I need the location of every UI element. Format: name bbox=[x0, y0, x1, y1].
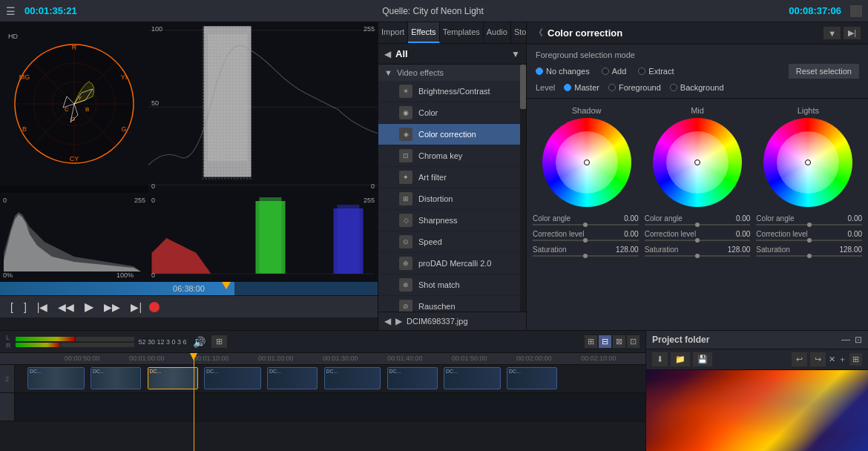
pf-folder-btn[interactable]: 📁 bbox=[671, 352, 690, 366]
svg-rect-25 bbox=[260, 197, 282, 274]
pf-download-btn[interactable]: ⬇ bbox=[652, 352, 668, 366]
mid-color-wheel[interactable] bbox=[653, 118, 742, 207]
radio-master[interactable]: Master bbox=[564, 83, 599, 92]
vt-btn-1[interactable]: ⊞ bbox=[585, 335, 597, 348]
mid-sat-slider[interactable] bbox=[645, 255, 751, 257]
lights-cl-slider[interactable] bbox=[756, 240, 862, 241]
effect-color-correction[interactable]: ◈ Color correction bbox=[378, 124, 520, 145]
pf-redo-btn[interactable]: ↪ bbox=[810, 352, 826, 366]
tl-clip-4[interactable]: DC... bbox=[204, 367, 261, 389]
effect-chroma-key[interactable]: ⊡ Chroma key bbox=[378, 145, 520, 167]
progress-bar[interactable]: 06:38:00 bbox=[0, 282, 378, 295]
tl-clip-3[interactable]: DC... bbox=[148, 367, 198, 389]
pf-add-btn[interactable]: ＋ bbox=[838, 354, 846, 365]
prev-frame-btn[interactable]: |◀ bbox=[34, 300, 51, 315]
radio-background[interactable]: Background bbox=[670, 83, 724, 92]
bracket-in-btn[interactable]: [ bbox=[7, 300, 16, 315]
tl-clip-8[interactable]: DC... bbox=[444, 367, 501, 389]
shadow-cl-slider[interactable] bbox=[533, 240, 639, 241]
lights-color-wheel[interactable] bbox=[763, 118, 852, 207]
shadow-sat-slider[interactable] bbox=[533, 255, 639, 257]
shadow-saturation: Saturation 128.00 bbox=[533, 246, 639, 254]
prev-clip-btn[interactable]: ◀◀ bbox=[55, 300, 77, 315]
chroma-key-icon: ⊡ bbox=[399, 149, 412, 162]
lights-correction-level: Correction level 0.00 bbox=[756, 230, 862, 238]
lights-wheel-dot[interactable] bbox=[805, 159, 811, 165]
effect-prodad[interactable]: ⊕ proDAD Mercalli 2.0 bbox=[378, 253, 520, 274]
next-frame-btn[interactable]: ▶| bbox=[128, 300, 145, 315]
tl-clip-5[interactable]: DC... bbox=[267, 367, 318, 389]
radio-extract[interactable]: Extract bbox=[638, 67, 674, 76]
play-btn[interactable]: ▶ bbox=[82, 298, 96, 315]
tl-clip-2[interactable]: DC... bbox=[91, 367, 141, 389]
reset-selection-btn[interactable]: Reset selection bbox=[789, 64, 859, 79]
tab-effects[interactable]: Effects bbox=[408, 22, 439, 43]
left-panel: HD R YI bbox=[0, 22, 378, 330]
vt-btn-2[interactable]: ⊟ bbox=[599, 335, 611, 348]
pf-grid-btn[interactable]: ⊞ bbox=[849, 353, 862, 366]
mid-ca-slider[interactable] bbox=[645, 224, 751, 226]
record-btn[interactable] bbox=[149, 302, 160, 312]
effect-rauschen[interactable]: ⊘ Rauschen bbox=[378, 296, 520, 312]
effects-dropdown-arrow[interactable]: ▼ bbox=[511, 49, 520, 59]
hamburger-icon[interactable]: ☰ bbox=[6, 5, 16, 17]
tl-clip-7[interactable]: DC... bbox=[387, 367, 438, 389]
effect-shot-match[interactable]: ⊗ Shot match bbox=[378, 274, 520, 296]
color-angle-row: Color angle 0.00 Color angle 0.00 Color … bbox=[527, 214, 868, 223]
effects-scrollbar[interactable] bbox=[520, 65, 526, 312]
cc-skip-btn[interactable]: ▶| bbox=[844, 27, 861, 39]
lights-ca-slider[interactable] bbox=[756, 224, 862, 226]
tl-clip-6[interactable]: DC... bbox=[324, 367, 381, 389]
effect-art-filter[interactable]: ✦ Art filter bbox=[378, 167, 520, 188]
vt-btn-4[interactable]: ⊡ bbox=[627, 335, 640, 348]
radio-add[interactable]: Add bbox=[602, 67, 627, 76]
pf-undo-btn[interactable]: ↩ bbox=[792, 352, 807, 366]
mid-cl-slider[interactable] bbox=[645, 240, 751, 241]
shadow-ca-slider[interactable] bbox=[533, 224, 639, 226]
window-resize-icon[interactable] bbox=[850, 5, 862, 17]
pf-toolbar: ⬇ 📁 💾 ↩ ↪ ✕ ＋ ⊞ bbox=[646, 349, 868, 370]
pf-expand-btn[interactable]: ⊡ bbox=[855, 335, 862, 345]
lights-cl-value: 0.00 bbox=[848, 230, 862, 238]
effect-category-video[interactable]: ▼ Video effects bbox=[378, 65, 520, 81]
effects-scroll-thumb[interactable] bbox=[520, 65, 526, 109]
shadow-color-wheel[interactable] bbox=[542, 118, 631, 207]
clip-label-dc4: DC... bbox=[206, 369, 218, 374]
nav-fwd-arrow[interactable]: ▶ bbox=[395, 316, 402, 326]
cc-back-arrows[interactable]: 《 bbox=[534, 27, 543, 39]
bracket-out-btn[interactable]: ] bbox=[21, 300, 30, 315]
tab-audio[interactable]: Audio bbox=[484, 22, 511, 43]
cc-dropdown-btn[interactable]: ▼ bbox=[823, 27, 841, 39]
effect-sharpness[interactable]: ◇ Sharpness bbox=[378, 210, 520, 231]
nav-back-arrow[interactable]: ◀ bbox=[384, 316, 391, 326]
wf-label-50: 50 bbox=[151, 99, 159, 107]
effect-color[interactable]: ◉ Color bbox=[378, 102, 520, 124]
volume-btn[interactable]: 🔊 bbox=[191, 335, 207, 349]
radio-foreground[interactable]: Foreground bbox=[608, 83, 661, 92]
pf-save-btn[interactable]: 💾 bbox=[693, 352, 712, 366]
shadow-wheel-dot[interactable] bbox=[584, 159, 590, 165]
effect-label: Sharpness bbox=[418, 216, 458, 225]
view-mode-btn[interactable]: ⊞ bbox=[211, 335, 227, 348]
tab-import[interactable]: Import bbox=[378, 22, 408, 43]
svg-text:G: G bbox=[121, 125, 126, 133]
lights-sat-slider[interactable] bbox=[756, 255, 862, 257]
tab-templates[interactable]: Templates bbox=[440, 22, 484, 43]
hd-label: HD bbox=[8, 33, 18, 40]
effect-brightness-contrast[interactable]: ☀ Brightness/Contrast bbox=[378, 81, 520, 102]
wheel-mid: Mid bbox=[646, 106, 748, 207]
tl-clip-1[interactable]: DC... bbox=[27, 367, 85, 389]
next-clip-btn[interactable]: ▶▶ bbox=[101, 300, 123, 315]
effect-distortion[interactable]: ⊞ Distortion bbox=[378, 188, 520, 210]
tl-clip-9[interactable]: DC... bbox=[507, 367, 557, 389]
vt-btn-3[interactable]: ⊠ bbox=[613, 335, 625, 348]
pf-close-btn[interactable]: ✕ bbox=[829, 355, 835, 364]
effect-speed[interactable]: ⊙ Speed bbox=[378, 231, 520, 253]
ruler-label-1: 00:00:50:00 bbox=[65, 355, 100, 362]
pf-minimize-btn[interactable]: — bbox=[841, 335, 850, 345]
effects-back-btn[interactable]: ◀ bbox=[384, 49, 391, 59]
hist-label-255-right: 255 bbox=[364, 197, 375, 204]
cc-title: Color correction bbox=[548, 27, 819, 39]
mid-wheel-dot[interactable] bbox=[694, 159, 700, 165]
radio-no-changes[interactable]: No changes bbox=[536, 67, 590, 76]
